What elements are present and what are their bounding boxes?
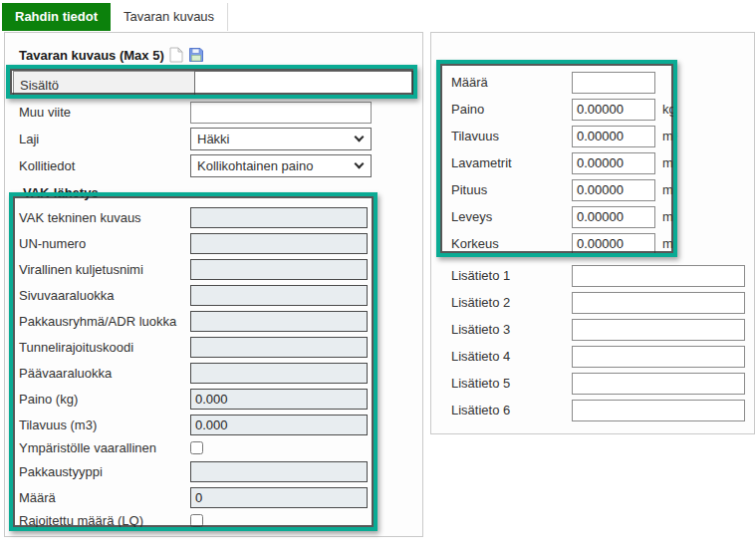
lisatieto-1-label: Lisätieto 1 [451,268,572,283]
sivuvaaraluokka-label: Sivuvaaraluokka [19,288,190,303]
tunnelirajoituskoodi-label: Tunnelirajoituskoodi [19,340,190,355]
lisatieto-5-input[interactable] [572,373,745,395]
lisatieto-3-label: Lisätieto 3 [451,322,572,337]
lisatieto-4-input[interactable] [572,346,745,368]
vak-tilavuus-m3-input[interactable] [190,415,368,435]
un-numero-input[interactable] [190,233,368,254]
laji-selected-value: Häkki [197,132,230,146]
leveys-input[interactable] [572,206,655,228]
lavametrit-unit: m [662,155,673,170]
lisatieto-2-label: Lisätieto 2 [451,295,572,310]
paino-label: Paino [451,102,572,117]
un-numero-label: UN-numero [19,236,190,251]
new-document-icon[interactable] [169,47,183,63]
paino-unit: kg [662,102,676,117]
vak-maara-label: Määrä [19,490,190,505]
vak-maara-input[interactable] [190,487,368,508]
tab-rahdin-tiedot[interactable]: Rahdin tiedot [2,3,111,31]
lisatieto-5-label: Lisätieto 5 [451,376,572,391]
sisalto-input[interactable] [194,71,413,99]
korkeus-input[interactable] [572,233,655,255]
sisalto-row: Sisältö [13,71,413,99]
lisatieto-6-label: Lisätieto 6 [451,403,572,418]
tilavuus-label: Tilavuus [451,129,572,143]
maara-label: Määrä [451,75,572,90]
chevron-down-icon [355,133,365,142]
tilavuus-unit: m³ [662,129,677,143]
lisatieto-4-label: Lisätieto 4 [451,349,572,364]
lisatieto-6-input[interactable] [572,400,745,421]
ymparistolle-vaarallinen-label: Ympäristölle vaarallinen [19,440,190,455]
lisatieto-3-input[interactable] [572,319,745,341]
lavametrit-label: Lavametrit [451,155,572,170]
pakkaustyyppi-input[interactable] [190,461,368,482]
muu-viite-label: Muu viite [19,105,190,120]
leveys-label: Leveys [451,209,572,224]
vak-tekninen-kuvaus-label: VAK tekninen kuvaus [19,210,190,225]
rajoitettu-maara-lq-checkbox[interactable] [190,514,203,527]
kollitiedot-selected-value: Kollikohtainen paino [197,158,313,173]
vak-paino-kg-input[interactable] [190,389,368,410]
laji-label: Laji [19,132,190,146]
paavaaraluokka-label: Päävaaraluokka [19,366,190,381]
paino-input[interactable] [572,99,655,121]
sisalto-label: Sisältö [13,71,194,99]
korkeus-unit: m [662,236,673,251]
pituus-input[interactable] [572,179,655,201]
kollitiedot-select[interactable]: Kollikohtainen paino [190,154,372,177]
left-panel-heading: Tavaran kuvaus (Max 5) [19,48,422,63]
tab-tavaran-kuvaus[interactable]: Tavaran kuvaus [111,3,228,31]
vak-tilavuus-m3-label: Tilavuus (m3) [19,418,190,432]
lavametrit-input[interactable] [572,152,655,174]
muu-viite-input[interactable] [190,102,372,124]
maara-input[interactable] [572,72,655,94]
tilavuus-input[interactable] [572,126,655,147]
goods-description-panel: Tavaran kuvaus (Max 5) Sisältö Muu viite… [4,32,423,537]
chevron-down-icon [355,159,365,169]
save-icon[interactable] [188,47,204,63]
korkeus-label: Korkeus [451,236,572,251]
lisatieto-1-input[interactable] [572,265,745,287]
pituus-unit: m [662,182,673,197]
tunnelirajoituskoodi-input[interactable] [190,337,368,358]
vak-paino-kg-label: Paino (kg) [19,392,190,407]
left-panel-title: Tavaran kuvaus (Max 5) [19,48,164,63]
lisatieto-2-input[interactable] [572,292,745,314]
virallinen-kuljetusnimi-label: Virallinen kuljetusnimi [19,262,190,277]
pituus-label: Pituus [451,182,572,197]
ymparistolle-vaarallinen-checkbox[interactable] [190,441,203,454]
freight-form-page: { "colors": { "tab_active_green": "#0c81… [0,0,756,557]
pakkausryhma-adr-luokka-label: Pakkausryhmä/ADR luokka [19,314,190,329]
vak-section-heading: VAK-lähetys [23,185,422,200]
measurements-panel: Määrä Paino kg Tilavuus m³ Lavametrit m … [430,32,755,434]
leveys-unit: m [662,209,673,224]
vak-tekninen-kuvaus-input[interactable] [190,207,368,228]
laji-select[interactable]: Häkki [190,128,372,150]
pakkausryhma-adr-luokka-input[interactable] [190,311,368,332]
virallinen-kuljetusnimi-input[interactable] [190,259,368,280]
pakkaustyyppi-label: Pakkaustyyppi [19,464,190,479]
paavaaraluokka-input[interactable] [190,363,368,384]
sivuvaaraluokka-input[interactable] [190,285,368,306]
kollitiedot-label: Kollitiedot [19,158,190,173]
tab-bar: Rahdin tiedot Tavaran kuvaus [2,3,228,31]
rajoitettu-maara-lq-label: Rajoitettu määrä (LQ) [19,513,190,528]
